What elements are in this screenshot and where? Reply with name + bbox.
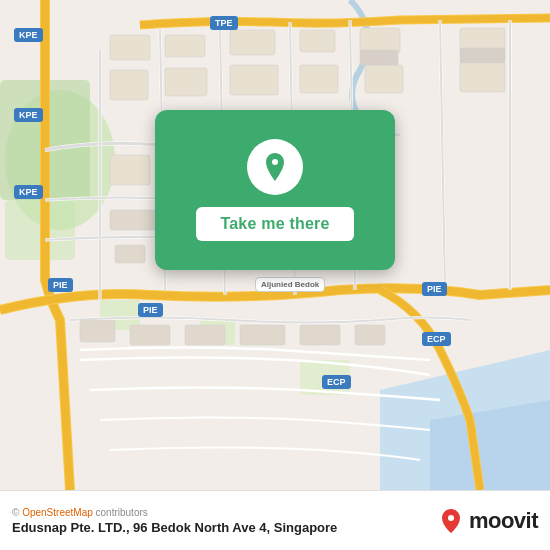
svg-rect-23 bbox=[300, 325, 340, 345]
svg-rect-32 bbox=[165, 68, 207, 96]
svg-rect-34 bbox=[300, 65, 338, 93]
svg-rect-31 bbox=[110, 70, 148, 100]
svg-rect-29 bbox=[360, 28, 400, 53]
moovit-text: moovit bbox=[469, 508, 538, 534]
moovit-icon bbox=[437, 507, 465, 535]
shield-ecp-2: ECP bbox=[322, 375, 351, 389]
svg-rect-16 bbox=[115, 245, 145, 263]
svg-rect-13 bbox=[110, 210, 155, 230]
shield-pie-3: PIE bbox=[422, 282, 447, 296]
green-card: Take me there bbox=[155, 110, 395, 270]
svg-rect-35 bbox=[365, 65, 403, 93]
svg-rect-9 bbox=[110, 155, 150, 185]
svg-rect-38 bbox=[460, 48, 505, 63]
pin-icon bbox=[259, 151, 291, 183]
svg-rect-24 bbox=[355, 325, 385, 345]
shield-kpe-2: KPE bbox=[14, 108, 43, 122]
svg-rect-37 bbox=[360, 50, 398, 65]
shield-kpe-1: KPE bbox=[14, 28, 43, 42]
shield-kpe-3: KPE bbox=[14, 185, 43, 199]
shield-ecp-1: ECP bbox=[422, 332, 451, 346]
attribution-text: © OpenStreetMap contributors bbox=[12, 507, 337, 518]
svg-rect-21 bbox=[185, 325, 225, 345]
bottom-bar: © OpenStreetMap contributors Edusnap Pte… bbox=[0, 490, 550, 550]
moovit-logo: moovit bbox=[437, 507, 538, 535]
pin-icon-wrapper bbox=[247, 139, 303, 195]
svg-rect-25 bbox=[110, 35, 150, 60]
address-text: Edusnap Pte. LTD., 96 Bedok North Ave 4,… bbox=[12, 520, 337, 535]
svg-rect-22 bbox=[240, 325, 285, 345]
bottom-left: © OpenStreetMap contributors Edusnap Pte… bbox=[12, 507, 337, 535]
label-aljunied-bedok: Aljunied Bedok bbox=[255, 277, 325, 292]
openstreetmap-link[interactable]: OpenStreetMap bbox=[22, 507, 93, 518]
svg-rect-28 bbox=[300, 30, 335, 52]
svg-rect-36 bbox=[460, 62, 505, 92]
map-container: KPE KPE KPE TPE PIE PIE PIE ECP ECP Alju… bbox=[0, 0, 550, 490]
svg-rect-33 bbox=[230, 65, 278, 95]
svg-rect-27 bbox=[230, 30, 275, 55]
shield-pie-2: PIE bbox=[138, 303, 163, 317]
svg-rect-20 bbox=[130, 325, 170, 345]
take-me-there-button[interactable]: Take me there bbox=[196, 207, 353, 241]
svg-rect-19 bbox=[80, 320, 115, 342]
shield-pie-1: PIE bbox=[48, 278, 73, 292]
svg-rect-26 bbox=[165, 35, 205, 57]
shield-tpe: TPE bbox=[210, 16, 238, 30]
